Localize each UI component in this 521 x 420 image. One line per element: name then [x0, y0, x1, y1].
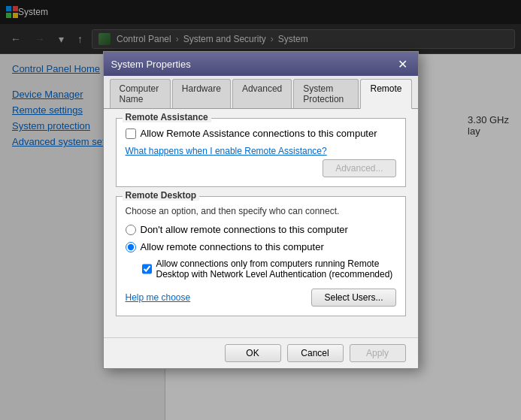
tab-advanced[interactable]: Advanced — [232, 79, 292, 108]
tabs-bar: Computer Name Hardware Advanced System P… — [104, 76, 418, 109]
allow-remote-assistance-checkbox[interactable] — [126, 128, 136, 139]
remote-desktop-desc: Choose an option, and then specify who c… — [126, 206, 396, 216]
allow-remote-radio[interactable] — [126, 242, 136, 252]
tab-system-protection[interactable]: System Protection — [293, 79, 359, 108]
remote-assistance-advanced-button[interactable]: Advanced... — [323, 159, 395, 177]
allow-remote-assistance-text: Allow Remote Assistance connections to t… — [141, 128, 377, 139]
help-me-choose-link[interactable]: Help me choose — [126, 292, 191, 303]
remote-assistance-label: Remote Assistance — [123, 112, 211, 122]
nla-checkbox[interactable] — [142, 264, 152, 274]
nla-section: Allow connections only from computers ru… — [142, 258, 396, 279]
allow-remote-radio-row: Allow remote connections to this compute… — [126, 241, 396, 252]
remote-desktop-label: Remote Desktop — [123, 190, 200, 201]
allow-remote-label: Allow remote connections to this compute… — [141, 241, 324, 252]
tab-remote[interactable]: Remote — [360, 79, 411, 109]
no-remote-radio[interactable] — [126, 225, 136, 235]
apply-button[interactable]: Apply — [350, 344, 406, 362]
system-properties-dialog: System Properties ✕ Computer Name Hardwa… — [103, 51, 419, 369]
dialog-content: Remote Assistance Allow Remote Assistanc… — [104, 109, 418, 337]
nla-checkbox-row: Allow connections only from computers ru… — [142, 258, 396, 279]
tab-computer-name[interactable]: Computer Name — [110, 79, 171, 108]
dialog-titlebar: System Properties ✕ — [104, 52, 418, 76]
select-users-button[interactable]: Select Users... — [311, 289, 395, 307]
remote-desktop-group: Remote Desktop Choose an option, and the… — [116, 196, 406, 316]
remote-assistance-link-row: What happens when I enable Remote Assist… — [126, 145, 396, 156]
remote-assistance-help-link[interactable]: What happens when I enable Remote Assist… — [126, 146, 327, 156]
ok-button[interactable]: OK — [225, 344, 281, 362]
nla-label: Allow connections only from computers ru… — [156, 258, 396, 279]
dialog-close-button[interactable]: ✕ — [395, 56, 410, 71]
dialog-footer: OK Cancel Apply — [104, 337, 418, 368]
no-remote-radio-row: Don't allow remote connections to this c… — [126, 224, 396, 235]
allow-remote-assistance-row: Allow Remote Assistance connections to t… — [126, 128, 396, 139]
remote-assistance-group: Remote Assistance Allow Remote Assistanc… — [116, 118, 406, 187]
no-remote-label: Don't allow remote connections to this c… — [141, 224, 348, 235]
cancel-button[interactable]: Cancel — [287, 344, 344, 362]
dialog-title: System Properties — [111, 59, 191, 70]
tab-hardware[interactable]: Hardware — [172, 79, 231, 108]
dialog-overlay: System Properties ✕ Computer Name Hardwa… — [0, 0, 521, 420]
